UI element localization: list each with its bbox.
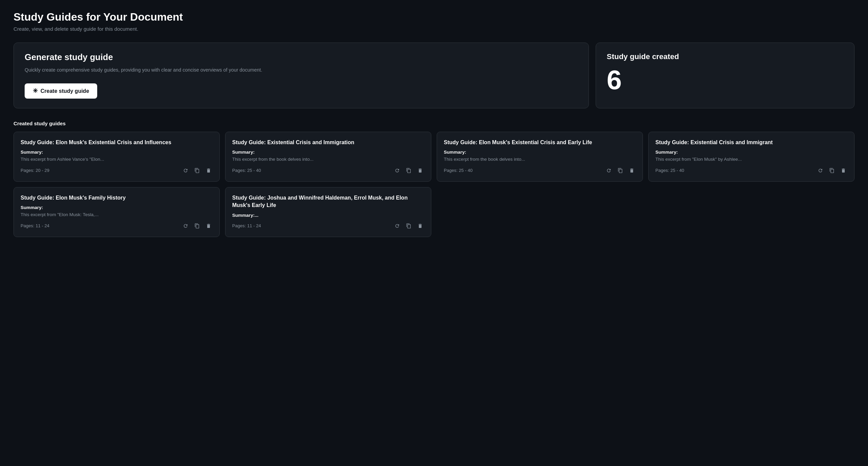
guide-card-pages: Pages: 20 - 29	[21, 168, 49, 173]
guide-card: Study Guide: Existential Crisis and Immi…	[225, 132, 431, 182]
copy-icon	[618, 168, 623, 173]
guide-summary-block: Summary: This excerpt from "Elon Musk: T…	[21, 205, 213, 218]
stats-card: Study guide created 6	[596, 43, 855, 108]
copy-icon	[194, 223, 200, 229]
guide-summary-block: Summary: This excerpt from the book delv…	[444, 150, 636, 163]
guide-card-title: Study Guide: Existential Crisis and Immi…	[655, 139, 847, 146]
refresh-button[interactable]	[605, 166, 613, 175]
guide-card-pages: Pages: 25 - 40	[444, 168, 472, 173]
delete-button[interactable]	[416, 222, 424, 230]
page-title: Study Guides for Your Document	[13, 11, 855, 23]
refresh-button[interactable]	[393, 166, 401, 175]
guide-card: Study Guide: Elon Musk's Existential Cri…	[437, 132, 643, 182]
refresh-button[interactable]	[393, 222, 401, 230]
guide-card-footer: Pages: 25 - 40	[232, 166, 424, 175]
trash-icon	[841, 168, 846, 173]
stats-card-title: Study guide created	[607, 52, 843, 61]
guide-summary-text: This excerpt from the book delves into..…	[444, 156, 636, 163]
guide-card-pages: Pages: 25 - 40	[655, 168, 684, 173]
guide-card-actions	[182, 222, 213, 230]
generate-card-description: Quickly create comprehensive study guide…	[25, 66, 578, 74]
guide-card-title: Study Guide: Elon Musk's Family History	[21, 194, 213, 202]
refresh-button[interactable]	[182, 222, 190, 230]
generate-card: Generate study guide Quickly create comp…	[13, 43, 589, 108]
delete-button[interactable]	[205, 222, 213, 230]
guide-card-pages: Pages: 11 - 24	[21, 223, 49, 228]
delete-button[interactable]	[416, 166, 424, 175]
create-study-guide-label: Create study guide	[40, 88, 89, 94]
created-section-label: Created study guides	[13, 121, 855, 126]
guide-card-title: Study Guide: Elon Musk's Existential Cri…	[444, 139, 636, 146]
guide-summary-text: This excerpt from "Elon Musk: Tesla,...	[21, 211, 213, 218]
refresh-button[interactable]	[816, 166, 824, 175]
sparkle-icon: ✳	[33, 87, 38, 95]
guide-card: Study Guide: Existential Crisis and Immi…	[648, 132, 855, 182]
guide-card-footer: Pages: 20 - 29	[21, 166, 213, 175]
guide-card-pages: Pages: 25 - 40	[232, 168, 261, 173]
guide-card: Study Guide: Elon Musk's Family History …	[13, 187, 220, 237]
top-cards-section: Generate study guide Quickly create comp…	[13, 43, 855, 108]
delete-button[interactable]	[839, 166, 847, 175]
guide-card-title: Study Guide: Joshua and Winnifred Haldem…	[232, 194, 424, 209]
copy-button[interactable]	[193, 166, 201, 175]
guide-summary-label: Summary:...	[232, 213, 424, 218]
guide-card-actions	[393, 222, 424, 230]
guide-card-footer: Pages: 11 - 24	[232, 222, 424, 230]
guide-summary-block: Summary: This excerpt from Ashlee Vance'…	[21, 150, 213, 163]
create-study-guide-button[interactable]: ✳ Create study guide	[25, 83, 97, 99]
guide-card-footer: Pages: 11 - 24	[21, 222, 213, 230]
guide-summary-block: Summary: This excerpt from "Elon Musk" b…	[655, 150, 847, 163]
guide-card-actions	[182, 166, 213, 175]
copy-icon	[406, 168, 411, 173]
guide-summary-text: This excerpt from Ashlee Vance's "Elon..…	[21, 156, 213, 163]
guide-summary-text: This excerpt from the book delves into..…	[232, 156, 424, 163]
trash-icon	[629, 168, 634, 173]
guide-card: Study Guide: Joshua and Winnifred Haldem…	[225, 187, 431, 237]
study-guides-grid-row1: Study Guide: Elon Musk's Existential Cri…	[13, 132, 855, 182]
copy-button[interactable]	[616, 166, 624, 175]
copy-icon	[829, 168, 835, 173]
refresh-icon	[183, 223, 188, 229]
guide-card: Study Guide: Elon Musk's Existential Cri…	[13, 132, 220, 182]
refresh-icon	[818, 168, 823, 173]
guide-card-title: Study Guide: Elon Musk's Existential Cri…	[21, 139, 213, 146]
guide-card-title: Study Guide: Existential Crisis and Immi…	[232, 139, 424, 146]
trash-icon	[206, 223, 211, 229]
trash-icon	[206, 168, 211, 173]
guide-card-footer: Pages: 25 - 40	[655, 166, 847, 175]
refresh-icon	[395, 168, 400, 173]
refresh-icon	[395, 223, 400, 229]
guide-card-actions	[816, 166, 847, 175]
guide-summary-text: This excerpt from "Elon Musk" by Ashlee.…	[655, 156, 847, 163]
copy-button[interactable]	[405, 166, 413, 175]
delete-button[interactable]	[628, 166, 636, 175]
guide-card-actions	[393, 166, 424, 175]
copy-button[interactable]	[193, 222, 201, 230]
guide-summary-label: Summary:	[21, 150, 213, 155]
study-guides-grid-row2: Study Guide: Elon Musk's Family History …	[13, 187, 855, 237]
trash-icon	[417, 168, 423, 173]
guide-summary-label: Summary:	[655, 150, 847, 155]
copy-icon	[406, 223, 411, 229]
guide-summary-block: Summary: This excerpt from the book delv…	[232, 150, 424, 163]
guide-card-actions	[605, 166, 636, 175]
guide-card-pages: Pages: 11 - 24	[232, 223, 261, 228]
copy-button[interactable]	[828, 166, 836, 175]
guide-summary-label: Summary:	[232, 150, 424, 155]
guide-card-footer: Pages: 25 - 40	[444, 166, 636, 175]
copy-icon	[194, 168, 200, 173]
delete-button[interactable]	[205, 166, 213, 175]
guide-summary-label: Summary:	[444, 150, 636, 155]
generate-card-title: Generate study guide	[25, 52, 578, 62]
page-subtitle: Create, view, and delete study guide for…	[13, 26, 855, 32]
refresh-icon	[183, 168, 188, 173]
trash-icon	[417, 223, 423, 229]
guide-summary-block: Summary:...	[232, 213, 424, 218]
refresh-icon	[606, 168, 612, 173]
copy-button[interactable]	[405, 222, 413, 230]
guide-summary-label: Summary:	[21, 205, 213, 210]
refresh-button[interactable]	[182, 166, 190, 175]
stats-card-count: 6	[607, 67, 843, 94]
